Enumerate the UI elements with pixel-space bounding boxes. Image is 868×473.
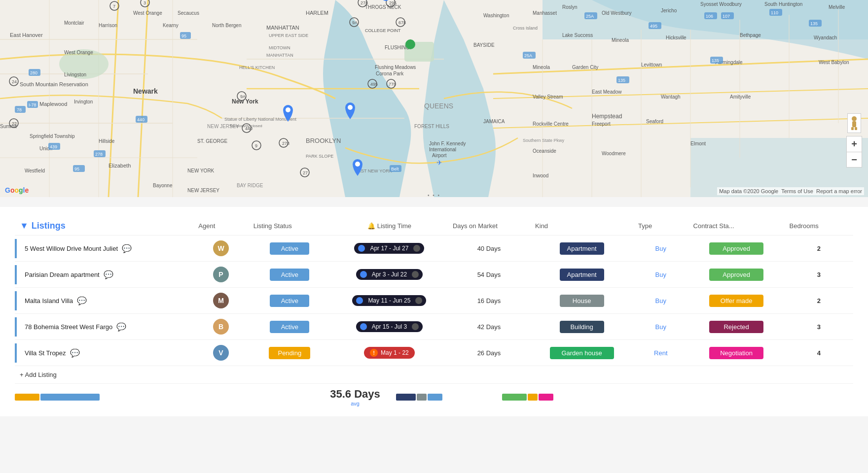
svg-text:Elizabeth: Elizabeth <box>108 163 131 169</box>
listing-name-text: Parisian Dream apartment <box>25 271 100 278</box>
svg-text:78: 78 <box>17 107 22 112</box>
svg-text:778: 778 <box>389 82 396 87</box>
listing-status-badge: Pending <box>269 347 310 359</box>
svg-text:Washington: Washington <box>483 13 509 18</box>
contract-cell: Approved <box>688 262 785 288</box>
listing-name-text: Villa St Tropez <box>25 349 66 357</box>
svg-text:South Huntington: South Huntington <box>764 1 802 7</box>
time-end-dot <box>413 245 420 252</box>
add-listing-row[interactable]: + Add Listing <box>15 366 853 384</box>
svg-text:Flushing Meadows: Flushing Meadows <box>375 65 416 70</box>
chat-icon[interactable]: 💬 <box>104 270 113 279</box>
agent-cell: V <box>193 340 248 366</box>
col-header-contract: Contract Sta... <box>688 217 785 236</box>
svg-text:Jericho: Jericho <box>661 8 677 13</box>
listing-type: Buy <box>655 323 666 331</box>
svg-text:Garden City: Garden City <box>572 65 598 70</box>
chat-icon[interactable]: 💬 <box>116 322 126 332</box>
svg-text:Valley Stream: Valley Stream <box>533 94 563 100</box>
svg-text:Lake Success: Lake Success <box>562 33 593 38</box>
footer-kind-bar-1 <box>396 394 416 401</box>
svg-text:Mineola: Mineola <box>533 65 550 70</box>
svg-text:Kearny: Kearny <box>163 23 179 28</box>
svg-text:Mineola: Mineola <box>612 37 629 43</box>
table-row: Parisian Dream apartment 💬 P Active Apr … <box>15 262 853 288</box>
svg-text:495: 495 <box>650 24 657 29</box>
table-header-row: ▼ Listings Agent Listing Status 🔔 Listin… <box>15 217 853 236</box>
svg-text:Secaucus: Secaucus <box>178 10 199 16</box>
kind-cell: Apartment <box>530 262 633 288</box>
days-cell: 54 Days <box>448 262 530 288</box>
google-letter-g2: g <box>19 186 23 194</box>
zoom-in-button[interactable]: + <box>846 136 862 152</box>
google-letter-e: e <box>25 186 29 194</box>
svg-text:95: 95 <box>74 167 79 171</box>
kind-cell: Garden house <box>530 340 633 366</box>
svg-text:135: 135 <box>618 78 625 83</box>
avg-days-value: 35.6 Days <box>326 388 385 401</box>
listing-time-badge: Apr 3 - Jul 22 <box>356 269 423 280</box>
listing-kind-badge: House <box>560 295 604 307</box>
terms-of-use-link[interactable]: Terms of Use <box>781 188 813 194</box>
svg-text:295: 295 <box>389 0 397 5</box>
footer-kind-bar-3 <box>428 394 442 401</box>
svg-text:Wantagh: Wantagh <box>661 94 681 100</box>
days-cell: 16 Days <box>448 288 530 314</box>
svg-text:Belt: Belt <box>391 167 399 171</box>
time-start-dot <box>360 323 367 330</box>
svg-text:Woodmere: Woodmere <box>602 151 626 156</box>
col-header-type: Type <box>633 217 688 236</box>
listing-blue-bar <box>15 291 17 310</box>
svg-text:Airport: Airport <box>432 153 447 158</box>
zoom-out-button[interactable]: − <box>846 152 862 168</box>
svg-text:North Bergen: North Bergen <box>212 23 241 28</box>
contract-cell: Approved <box>688 236 785 262</box>
svg-text:25A: 25A <box>524 53 532 58</box>
contract-cell: Negotiation <box>688 340 785 366</box>
listing-name-container: Parisian Dream apartment 💬 <box>20 270 188 279</box>
svg-text:Inwood: Inwood <box>533 173 548 178</box>
chat-icon[interactable]: 💬 <box>122 244 132 253</box>
svg-text:440: 440 <box>245 126 253 131</box>
listing-time-text: May 11 - Jun 25 <box>358 297 420 304</box>
listing-status-badge: Active <box>270 321 309 333</box>
type-cell: Buy <box>633 288 688 314</box>
google-letter-o2: o <box>14 186 19 194</box>
svg-text:135: 135 <box>712 58 719 63</box>
footer-bar-pending <box>15 394 39 401</box>
listings-section: ▼ Listings Agent Listing Status 🔔 Listin… <box>0 207 868 416</box>
add-listing-button[interactable]: + Add Listing <box>15 366 853 384</box>
table-row: Malta Island Villa 💬 M Active May 11 - J… <box>15 288 853 314</box>
street-view-button[interactable] <box>847 113 861 133</box>
svg-text:278: 278 <box>282 141 289 146</box>
svg-text:Syosset Woodbury: Syosset Woodbury <box>700 1 742 7</box>
time-end-dot <box>415 297 422 304</box>
listing-time-badge: Apr 15 - Jul 3 <box>356 321 423 332</box>
svg-rect-183 <box>855 127 857 130</box>
svg-text:UPPER EAST SIDE: UPPER EAST SIDE <box>269 33 308 38</box>
bedrooms-cell: 4 <box>785 340 853 366</box>
svg-point-176 <box>286 107 290 112</box>
svg-text:Livingston: Livingston <box>64 72 86 77</box>
agent-cell: P <box>193 262 248 288</box>
map-container: East Hanover Montclair West Orange Livin… <box>0 0 868 197</box>
svg-text:Melville: Melville <box>829 4 845 10</box>
svg-text:278: 278 <box>95 152 103 157</box>
svg-text:Amityville: Amityville <box>730 94 751 100</box>
time-cell: ! May 1 - 22 <box>331 340 448 366</box>
chat-icon[interactable]: 💬 <box>77 296 87 305</box>
svg-text:BAY RIDGE: BAY RIDGE <box>237 183 263 188</box>
svg-point-177 <box>348 105 353 110</box>
map-resize-handle[interactable]: • • • <box>419 193 449 197</box>
listings-dropdown-icon[interactable]: ▼ <box>20 221 29 231</box>
listings-table: ▼ Listings Agent Listing Status 🔔 Listin… <box>15 217 853 384</box>
report-map-error-link[interactable]: Report a map error <box>816 188 862 194</box>
listing-kind-badge: Garden house <box>550 347 614 359</box>
chat-icon[interactable]: 💬 <box>70 348 80 358</box>
svg-text:106: 106 <box>706 14 713 19</box>
listing-status-badge: Active <box>270 295 309 307</box>
bedrooms-cell: 3 <box>785 314 853 340</box>
listing-blue-bar <box>15 265 17 284</box>
listing-kind-badge: Apartment <box>560 242 604 255</box>
svg-text:Westfield: Westfield <box>25 168 45 173</box>
